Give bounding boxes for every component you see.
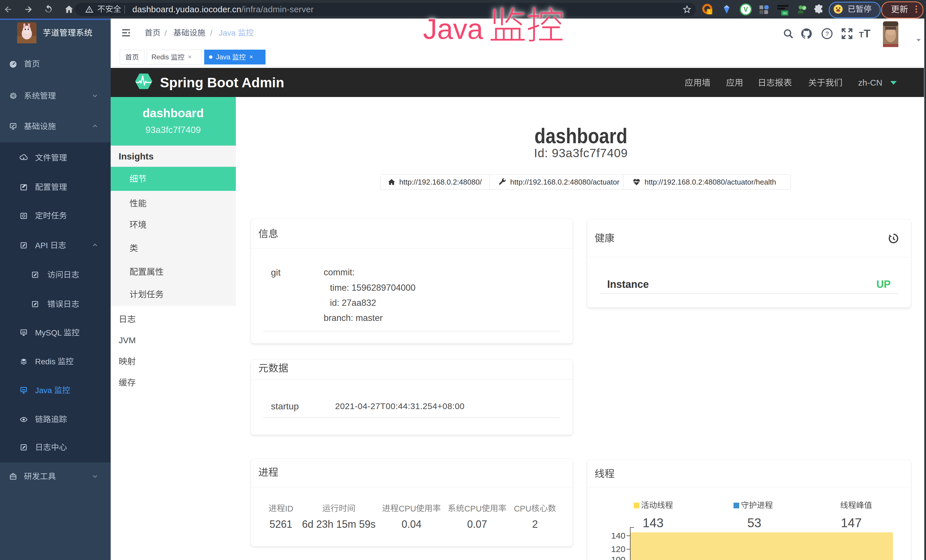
svg-text:1: 1: [708, 9, 711, 14]
svg-text:T: T: [864, 28, 870, 39]
svg-text:on: on: [783, 11, 787, 15]
svg-text:T: T: [859, 30, 864, 39]
svg-text:V: V: [743, 6, 748, 13]
svg-text:?: ?: [825, 30, 829, 37]
